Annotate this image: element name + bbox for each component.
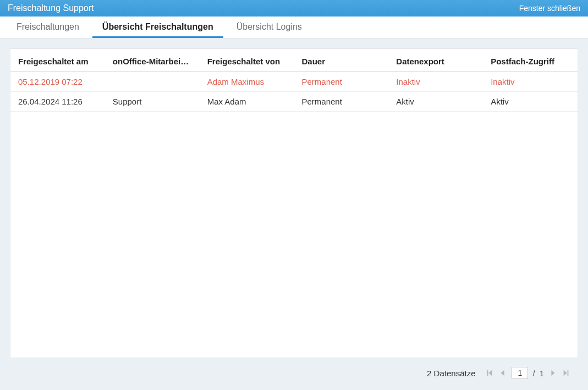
close-window-link[interactable]: Fenster schließen [519, 4, 580, 13]
pager-page-input[interactable] [512, 367, 528, 379]
tab-label: Freischaltungen [17, 22, 79, 31]
cell-mitarbeiter: Support [105, 92, 200, 112]
tabs: Freischaltungen Übersicht Freischaltunge… [0, 17, 588, 39]
pager-last-icon[interactable] [562, 369, 570, 377]
cell-freigeschaltet-von: Max Adam [200, 92, 294, 112]
cell-datenexport: Aktiv [388, 92, 483, 112]
window-title: Freischaltung Support [8, 3, 94, 13]
cell-dauer: Permanent [294, 72, 388, 92]
window: Freischaltung Support Fenster schließen … [0, 0, 588, 390]
cell-datenexport: Inaktiv [388, 72, 483, 92]
pager-first-icon[interactable] [485, 369, 494, 377]
pager-sep: / [532, 369, 535, 378]
content: Freigeschaltet am onOffice-Mitarbei… Fre… [0, 39, 588, 390]
table-row[interactable]: 05.12.2019 07:22 Adam Maximus Permanent … [10, 72, 578, 92]
tab-label: Übersicht Logins [237, 22, 302, 31]
table-header-row: Freigeschaltet am onOffice-Mitarbei… Fre… [10, 49, 578, 72]
pager-next-icon[interactable] [548, 369, 557, 377]
tab-freischaltungen[interactable]: Freischaltungen [7, 17, 89, 38]
pager: 2 Datensätze / 1 [10, 362, 578, 383]
col-freigeschaltet-am[interactable]: Freigeschaltet am [10, 49, 105, 72]
cell-dauer: Permanent [294, 92, 388, 112]
tab-uebersicht-logins[interactable]: Übersicht Logins [227, 17, 312, 38]
cell-freigeschaltet-am: 05.12.2019 07:22 [10, 72, 105, 92]
titlebar: Freischaltung Support Fenster schließen [0, 0, 588, 17]
col-freigeschaltet-von[interactable]: Freigeschaltet von [200, 49, 294, 72]
pager-total: 1 [540, 369, 544, 378]
cell-postfach: Aktiv [483, 92, 578, 112]
cell-freigeschaltet-von: Adam Maximus [200, 72, 294, 92]
freischaltung-table: Freigeschaltet am onOffice-Mitarbei… Fre… [10, 49, 578, 112]
col-postfach-zugriff[interactable]: Postfach-Zugriff [483, 49, 578, 72]
tab-label: Übersicht Freischaltungen [102, 22, 213, 31]
cell-freigeschaltet-am: 26.04.2024 11:26 [10, 92, 105, 112]
record-count: 2 Datensätze [427, 369, 475, 378]
table-wrap: Freigeschaltet am onOffice-Mitarbei… Fre… [10, 48, 578, 358]
cell-mitarbeiter [105, 72, 200, 92]
table-row[interactable]: 26.04.2024 11:26 Support Max Adam Perman… [10, 92, 578, 112]
col-datenexport[interactable]: Datenexport [388, 49, 483, 72]
cell-postfach: Inaktiv [483, 72, 578, 92]
col-dauer[interactable]: Dauer [294, 49, 388, 72]
col-onoffice-mitarbeiter[interactable]: onOffice-Mitarbei… [105, 49, 200, 72]
pager-prev-icon[interactable] [498, 369, 507, 377]
tab-uebersicht-freischaltungen[interactable]: Übersicht Freischaltungen [92, 17, 223, 38]
table-empty-area [10, 112, 578, 358]
